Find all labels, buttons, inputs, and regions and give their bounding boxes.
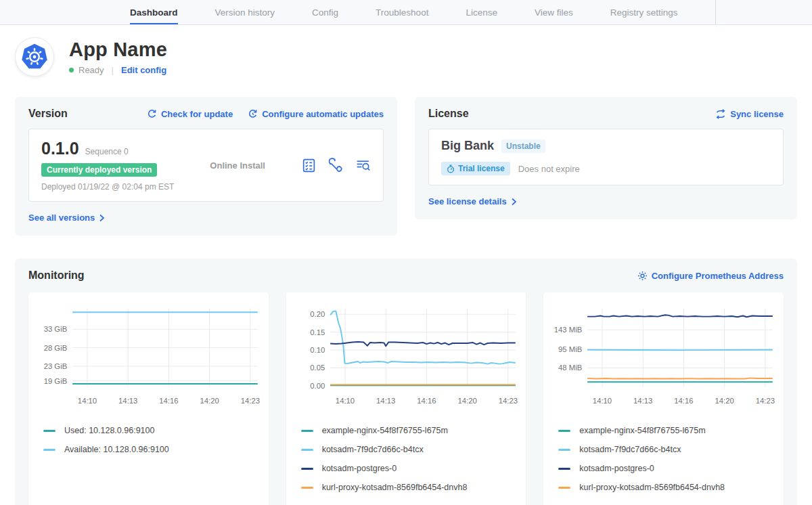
configure-prometheus-label: Configure Prometheus Address [652, 271, 784, 281]
legend-label: example-nginx-54f8f76755-l675m [322, 426, 448, 435]
legend-item: example-nginx-54f8f76755-l675m [301, 426, 521, 435]
chart-legend: Used: 10.128.0.96:9100Available: 10.128.… [43, 416, 263, 464]
preflight-checks-icon[interactable] [301, 158, 317, 173]
sync-license-label: Sync license [730, 109, 784, 119]
see-license-details-link[interactable]: See license details [428, 196, 517, 206]
license-card-title: License [428, 108, 469, 120]
chart-legend: example-nginx-54f8f76755-l675mkotsadm-7f… [301, 416, 521, 502]
deployed-badge: Currently deployed version [41, 163, 157, 177]
legend-item: kotsadm-postgres-0 [301, 464, 521, 473]
sync-license-button[interactable]: Sync license [715, 109, 784, 119]
svg-text:14:13: 14:13 [118, 397, 137, 405]
app-header: App Name Ready | Edit config [15, 37, 797, 76]
tab-version-history[interactable]: Version history [215, 0, 275, 24]
see-all-versions-link[interactable]: See all versions [28, 213, 105, 223]
svg-text:14:20: 14:20 [200, 397, 219, 405]
svg-text:14:10: 14:10 [78, 397, 97, 405]
chart-card-disk-usage: 14:1014:1314:1614:2014:2319 GiB23 GiB28 … [28, 292, 269, 505]
legend-label: Used: 10.128.0.96:9100 [64, 426, 154, 435]
license-name: Big Bank [441, 139, 494, 153]
svg-text:143 MiB: 143 MiB [554, 326, 583, 334]
svg-text:14:10: 14:10 [336, 397, 355, 405]
legend-dash-icon [43, 430, 55, 432]
svg-text:23 GiB: 23 GiB [44, 362, 68, 370]
status-dot-icon [69, 68, 74, 72]
legend-label: example-nginx-54f8f76755-l675m [579, 426, 705, 435]
expiry-text: Does not expire [518, 164, 580, 174]
trial-license-label: Trial license [458, 164, 505, 173]
legend-item: kurl-proxy-kotsadm-8569fb6454-dnvh8 [301, 483, 521, 492]
config-wrench-icon[interactable] [328, 158, 344, 173]
legend-item: kotsadm-7f9dc7d66c-b4tcx [558, 445, 778, 454]
tab-license[interactable]: License [466, 0, 497, 24]
legend-item: kurl-proxy-kotsadm-8569fb6454-dnvh8 [558, 483, 778, 492]
monitoring-title: Monitoring [28, 269, 85, 282]
svg-text:14:16: 14:16 [159, 397, 178, 405]
sequence-label: Sequence 0 [85, 147, 129, 156]
svg-text:19 GiB: 19 GiB [44, 377, 68, 385]
check-for-update-label: Check for update [161, 109, 233, 119]
svg-text:0.05: 0.05 [310, 364, 325, 372]
svg-text:14:13: 14:13 [376, 397, 395, 405]
monitoring-section: Monitoring [15, 259, 797, 505]
check-for-update-button[interactable]: Check for update [147, 109, 233, 119]
svg-text:14:20: 14:20 [715, 397, 734, 405]
deploy-logs-icon[interactable] [355, 158, 371, 173]
legend-label: kurl-proxy-kotsadm-8569fb6454-dnvh8 [579, 483, 725, 492]
svg-text:0.00: 0.00 [310, 382, 325, 390]
app-icon [15, 37, 54, 76]
deployed-timestamp: Deployed 01/19/22 @ 02:04 pm EST [41, 182, 174, 192]
license-card: License Sync license Big Bank [415, 97, 797, 219]
svg-text:33 GiB: 33 GiB [44, 325, 68, 333]
sync-arrows-icon [715, 109, 726, 119]
divider: | [112, 65, 114, 75]
legend-item: Used: 10.128.0.96:9100 [43, 426, 263, 435]
page-title: App Name [69, 39, 167, 61]
tab-dashboard[interactable]: Dashboard [130, 0, 178, 24]
status-text: Ready [78, 65, 104, 75]
version-card-title: Version [28, 108, 68, 120]
svg-text:14:10: 14:10 [593, 397, 612, 405]
chart-plot: 14:1014:1314:1614:2014:230.000.050.100.1… [292, 301, 521, 411]
trial-license-badge: Trial license [441, 162, 510, 175]
legend-item: Available: 10.128.0.96:9100 [43, 445, 263, 454]
refresh-icon [147, 109, 157, 119]
charts-row: 14:1014:1314:1614:2014:2319 GiB23 GiB28 … [28, 292, 784, 505]
svg-text:0.10: 0.10 [310, 346, 325, 354]
chart-title: Disk Usage [34, 502, 263, 505]
svg-text:14:16: 14:16 [417, 397, 436, 405]
install-type-label: Online Install [210, 160, 265, 171]
version-card: Version Check for update [15, 97, 397, 236]
tab-troubleshoot[interactable]: Troubleshoot [376, 0, 428, 24]
nav-divider [715, 0, 716, 24]
see-license-details-label: See license details [428, 196, 507, 206]
tab-config[interactable]: Config [312, 0, 338, 24]
svg-text:14:23: 14:23 [241, 397, 260, 405]
legend-label: kurl-proxy-kotsadm-8569fb6454-dnvh8 [322, 483, 468, 492]
configure-prometheus-button[interactable]: Configure Prometheus Address [637, 271, 784, 281]
legend-label: kotsadm-7f9dc7d66c-b4tcx [322, 445, 424, 454]
chart-plot: 14:1014:1314:1614:2014:2319 GiB23 GiB28 … [34, 301, 263, 411]
chart-plot: 14:1014:1314:1614:2014:2348 MiB95 MiB143… [549, 301, 778, 411]
legend-label: kotsadm-postgres-0 [322, 464, 397, 473]
svg-text:14:23: 14:23 [498, 397, 517, 405]
kubernetes-icon [21, 43, 48, 70]
svg-text:14:23: 14:23 [756, 397, 775, 405]
configure-automatic-updates-button[interactable]: Configure automatic updates [248, 109, 384, 119]
chart-card-cpu-usage: 14:1014:1314:1614:2014:230.000.050.100.1… [286, 292, 526, 505]
tab-view-files[interactable]: View files [535, 0, 573, 24]
chart-legend: example-nginx-54f8f76755-l675mkotsadm-7f… [558, 416, 778, 502]
top-navigation: DashboardVersion historyConfigTroublesho… [0, 0, 812, 25]
legend-label: Available: 10.128.0.96:9100 [64, 445, 169, 454]
legend-dash-icon [301, 468, 313, 470]
nav-tabs: DashboardVersion historyConfigTroublesho… [130, 0, 715, 24]
gear-icon [637, 271, 648, 281]
svg-text:14:13: 14:13 [633, 397, 652, 405]
tab-registry-settings[interactable]: Registry settings [610, 0, 678, 24]
edit-config-link[interactable]: Edit config [121, 65, 166, 75]
chevron-right-icon [99, 214, 105, 222]
legend-dash-icon [558, 449, 570, 451]
channel-badge: Unstable [501, 139, 545, 153]
legend-label: kotsadm-7f9dc7d66c-b4tcx [579, 445, 681, 454]
see-all-versions-label: See all versions [28, 213, 95, 223]
